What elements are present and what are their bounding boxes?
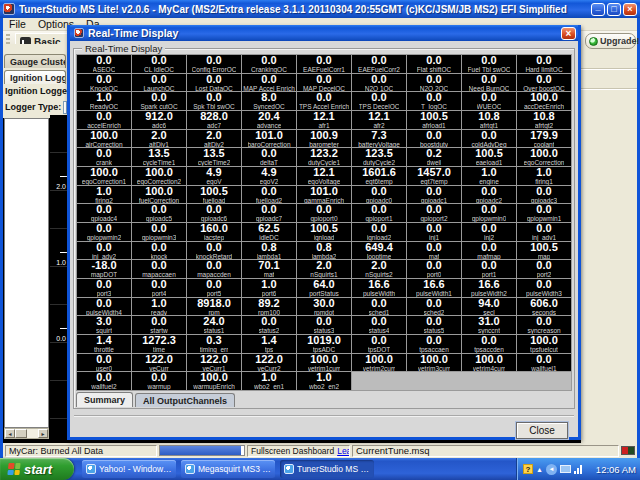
rt-cell-MAP Accel Enrich: 0.0MAP Accel Enrich xyxy=(242,74,296,92)
chevron-left-icon[interactable]: ◄ xyxy=(546,464,557,475)
rt-value: 0.0 xyxy=(206,279,221,290)
divider xyxy=(581,88,637,89)
scroll-left-icon[interactable]: ◄ xyxy=(5,429,15,438)
rt-label: TPS DecelOC xyxy=(359,103,400,110)
rt-label: inj1 xyxy=(429,234,439,241)
indicator-green xyxy=(628,447,634,454)
rt-label: squirt xyxy=(96,327,112,334)
upgrade-label: Upgrade! xyxy=(600,36,640,46)
rt-label: Hard limitOC xyxy=(525,66,562,73)
divider xyxy=(74,415,574,416)
rt-value: 1.0 xyxy=(261,372,276,383)
rt-cell-sched1: 0.0sched1 xyxy=(352,298,406,316)
rt-label: altDiv2 xyxy=(204,141,224,148)
rt-cell-gpiopwmin0: 0.0gpiopwmin0 xyxy=(462,204,516,222)
rt-value: 0.0 xyxy=(371,74,386,85)
upgrade-button[interactable]: Upgrade! xyxy=(585,33,636,49)
rt-value: 100.0 xyxy=(200,372,228,383)
rt-label: EAEFuelCorr2 xyxy=(358,66,400,73)
rt-label: dutyCycle2 xyxy=(363,159,395,166)
help-tray-icon[interactable]: ? xyxy=(523,464,533,474)
rt-cell-ignload: 100.5ignload xyxy=(297,223,351,241)
rt-value: 0.0 xyxy=(481,223,496,234)
rt-label: gammaEnrich xyxy=(304,197,344,204)
learn-more-link[interactable]: Learn More! xyxy=(337,446,350,456)
rt-value: 100.0 xyxy=(365,354,393,365)
rt-value: 0.8 xyxy=(261,242,276,253)
rt-cell-iacstep: 160.0iacstep xyxy=(187,223,241,241)
maximize-icon[interactable]: □ xyxy=(607,3,621,16)
rt-label: boostduty xyxy=(420,141,448,148)
rt-label: status2 xyxy=(259,327,280,334)
task-button-tunerstudio-ms-lite[interactable]: TunerStudio MS Lite! ... xyxy=(280,460,374,478)
rt-label: ignload xyxy=(314,234,335,241)
tab-summary[interactable]: Summary xyxy=(76,392,133,407)
tab-all-outputchannels[interactable]: All OutputChannels xyxy=(135,393,235,407)
rt-value: 0.0 xyxy=(371,298,386,309)
rt-cell-afrload1: 100.5afrload1 xyxy=(407,111,461,129)
tab-gauge-cluster[interactable]: Gauge Cluster xyxy=(4,54,66,68)
rt-cell-timing_err: 0.3timing_err xyxy=(187,335,241,353)
rt-value: 828.0 xyxy=(200,111,228,122)
tab-ignition-logger[interactable]: Ignition Logger xyxy=(4,70,66,84)
scroll-right-icon[interactable]: ► xyxy=(38,429,48,438)
rt-label: egoVoltage xyxy=(308,178,341,185)
rt-label: T_logOC xyxy=(421,103,447,110)
rt-cell-vetrim1curr: 100.0vetrim1curr xyxy=(297,354,351,372)
rt-label: nSquirts1 xyxy=(310,271,337,278)
rt-label: MAP Accel Enrich xyxy=(243,85,295,92)
close-icon[interactable]: × xyxy=(623,3,637,16)
dialog-close-icon[interactable]: × xyxy=(561,27,576,40)
rt-cell-fuelload: 100.5fuelload xyxy=(187,186,241,204)
rt-label: afrload1 xyxy=(422,122,446,129)
horizontal-scrollbar[interactable]: ◄ ► xyxy=(4,428,49,439)
rt-label: afr2 xyxy=(373,122,384,129)
rt-value: 30.0 xyxy=(313,298,334,309)
scroll-thumb[interactable] xyxy=(15,429,27,438)
rt-cell-afr1: 12.1afr1 xyxy=(297,111,351,129)
start-label: start xyxy=(24,462,52,477)
rt-value: -18.0 xyxy=(91,260,116,271)
rt-label: gpioadc4 xyxy=(91,215,117,222)
rt-value: 0.0 xyxy=(261,148,276,159)
rt-value: 8918.0 xyxy=(197,298,231,309)
rt-cell-barometer: 100.9barometer xyxy=(297,130,351,148)
rt-value: 100.0 xyxy=(90,130,118,141)
hide-tray-arrow-icon[interactable]: ▲ xyxy=(536,466,543,473)
logger-list[interactable] xyxy=(4,118,49,428)
rt-label: LaunchOC xyxy=(143,85,174,92)
rt-cell-KnockOC: 0.0KnockOC xyxy=(77,74,131,92)
rt-label: dwell xyxy=(427,159,442,166)
rt-value: 1.4 xyxy=(261,335,276,346)
rt-label: veCurr xyxy=(149,365,169,372)
rt-cell-tpsfuelcut: 100.0tpsfuelcut xyxy=(517,335,571,353)
task-label: Yahoo! - Windows Int... xyxy=(99,464,172,474)
display-tray-icon[interactable] xyxy=(560,465,571,473)
menu-file[interactable]: File xyxy=(9,18,26,30)
rt-label: accDecEnrich xyxy=(524,103,564,110)
wireless-tray-icon[interactable] xyxy=(574,465,582,474)
minimize-icon[interactable]: _ xyxy=(591,3,605,16)
rt-label: WUEOC xyxy=(477,103,502,110)
rt-value: 1.0 xyxy=(316,372,331,383)
dialog-titlebar[interactable]: Real-Time Display × xyxy=(70,25,578,41)
start-button[interactable]: start xyxy=(0,458,74,480)
rt-cell-knock: 0.0knock xyxy=(132,242,186,260)
rt-cell-batteryVoltage: 7.3batteryVoltage xyxy=(352,130,406,148)
task-buttons: Yahoo! - Windows Int...Megasquirt MS3 Lo… xyxy=(82,460,374,478)
rt-value: 1.0 xyxy=(96,92,111,103)
rt-cell-nSquirts1: 2.0nSquirts1 xyxy=(297,260,351,278)
logger-type-row: Logger Type: C ▼ xyxy=(5,100,67,114)
rt-cell-veCurr: 122.0veCurr xyxy=(132,354,186,372)
rt-label: ignload2 xyxy=(367,234,392,241)
task-button-yahoo-windows-int[interactable]: Yahoo! - Windows Int... xyxy=(82,460,176,478)
rt-cell-gammaEnrich: 101.0gammaEnrich xyxy=(297,186,351,204)
dialog-close-button[interactable]: Close xyxy=(516,422,568,439)
rt-label: tpsfuelcut xyxy=(530,346,558,353)
window-border-left xyxy=(0,18,3,457)
rt-cell-Spk Tbl swOC: 0.0Spk Tbl swOC xyxy=(187,92,241,110)
rt-cell-Over boostOC: 0.0Over boostOC xyxy=(517,74,571,92)
task-button-megasquirt-ms3-loadi[interactable]: Megasquirt MS3 Loadi... xyxy=(181,460,275,478)
rt-cell-coolant: 179.9coolant xyxy=(517,130,571,148)
rt-value: 0.0 xyxy=(371,92,386,103)
